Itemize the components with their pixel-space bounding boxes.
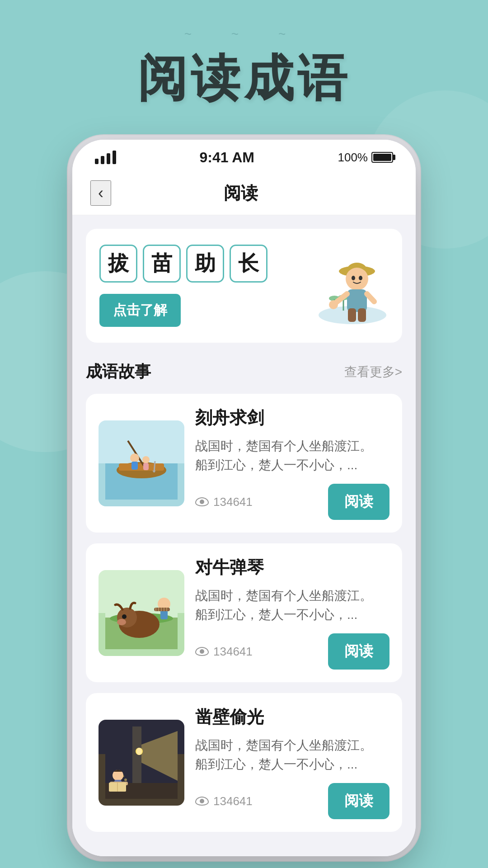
status-bar: 9:41 AM 100% [72,140,416,171]
story-title-2: 对牛弹琴 [195,556,389,579]
story-views-2: 134641 [195,645,253,659]
stories-section-title: 成语故事 [86,361,151,383]
char-box-3: 助 [186,245,224,283]
story-excerpt-1: 战国时，楚国有个人坐船渡江。船到江心，楚人一不小心，... [195,437,389,475]
story-title-3: 凿壁偷光 [195,706,389,729]
status-battery: 100% [338,151,393,165]
svg-point-15 [329,300,338,309]
story-info-3: 凿壁偷光 战国时，楚国有个人坐船渡江。船到江心，楚人一不小心，... 13464… [195,706,389,819]
svg-line-14 [367,294,374,302]
svg-rect-17 [358,308,366,322]
story-thumbnail-3 [99,720,184,806]
hero-title: 阅读成语 [0,0,488,113]
eye-icon-1 [195,497,209,506]
svg-point-11 [359,276,362,280]
svg-point-9 [346,268,368,290]
bull-illustration [99,570,184,656]
svg-point-10 [352,276,355,280]
signal-indicator [95,151,116,164]
char-box-2: 苗 [143,245,181,283]
story-footer-2: 134641 阅读 [195,633,389,670]
story-info-2: 对牛弹琴 战国时，楚国有个人坐船渡江。船到江心，楚人一不小心，... 13464… [195,556,389,670]
story-excerpt-2: 战国时，楚国有个人坐船渡江。船到江心，楚人一不小心，... [195,586,389,624]
signal-bar-2 [101,156,104,164]
char-box-4: 长 [230,245,267,283]
eye-icon-3 [195,797,209,806]
svg-rect-18 [105,427,178,463]
story-title-1: 刻舟求剑 [195,406,389,429]
signal-bar-1 [95,159,99,164]
eye-icon-2 [195,647,209,656]
view-count-3: 134641 [213,794,253,808]
phone-mockup: 9:41 AM 100% ‹ 阅读 拔 苗 助 [0,140,488,856]
view-count-2: 134641 [213,645,253,659]
story-views-1: 134641 [195,495,253,509]
story-thumbnail-1 [99,420,184,506]
svg-point-56 [122,775,124,777]
status-time: 9:41 AM [199,149,254,166]
story-footer-1: 134641 阅读 [195,484,389,520]
story-excerpt-3: 战国时，楚国有个人坐船渡江。船到江心，楚人一不小心，... [195,736,389,774]
svg-point-25 [142,456,150,463]
read-button-2[interactable]: 阅读 [328,633,389,670]
feature-left: 拔 苗 助 长 点击了解 [99,245,289,327]
svg-point-55 [124,778,127,781]
char-box-1: 拔 [99,245,137,283]
svg-point-35 [117,619,126,625]
svg-rect-24 [131,462,138,470]
farmer-illustration [298,245,389,326]
story-card-1: 刻舟求剑 战国时，楚国有个人坐船渡江。船到江心，楚人一不小心，... 13464… [86,394,402,533]
svg-point-34 [122,614,127,619]
story-card-2: 对牛弹琴 战国时，楚国有个人坐船渡江。船到江心，楚人一不小心，... 13464… [86,543,402,682]
svg-point-48 [136,748,142,755]
svg-rect-26 [143,463,149,470]
stories-more-link[interactable]: 查看更多> [344,363,402,381]
svg-rect-21 [119,463,164,471]
battery-icon [371,152,393,163]
page-title: 阅读 [111,182,371,205]
boat-illustration [99,420,184,506]
svg-point-23 [130,453,139,462]
learn-button[interactable]: 点击了解 [99,294,181,327]
signal-bar-4 [113,151,116,164]
stories-section-header: 成语故事 查看更多> [86,361,402,383]
battery-fill [373,154,391,161]
story-info-1: 刻舟求剑 战国时，楚国有个人坐船渡江。船到江心，楚人一不小心，... 13464… [195,406,389,520]
svg-rect-38 [154,608,170,611]
signal-bar-3 [107,153,110,164]
phone-screen: 9:41 AM 100% ‹ 阅读 拔 苗 助 [72,140,416,856]
wall-illustration [99,720,184,806]
svg-rect-16 [348,308,356,322]
story-card-3: 凿壁偷光 战国时，楚国有个人坐船渡江。船到江心，楚人一不小心，... 13464… [86,693,402,832]
nav-bar: ‹ 阅读 [72,171,416,215]
battery-percent: 100% [338,151,368,165]
read-button-1[interactable]: 阅读 [328,484,389,520]
chengyu-characters: 拔 苗 助 长 [99,245,289,283]
phone-content: 拔 苗 助 长 点击了解 [72,215,416,856]
story-footer-3: 134641 阅读 [195,783,389,819]
back-button[interactable]: ‹ [90,180,111,206]
view-count-1: 134641 [213,495,253,509]
story-thumbnail-2 [99,570,184,656]
feature-banner-card: 拔 苗 助 长 点击了解 [86,229,402,343]
read-button-3[interactable]: 阅读 [328,783,389,819]
story-views-3: 134641 [195,794,253,808]
